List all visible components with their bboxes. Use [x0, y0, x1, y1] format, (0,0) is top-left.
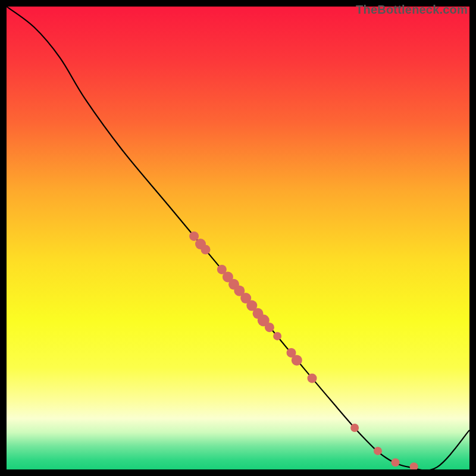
data-dot	[392, 458, 400, 466]
data-dot	[350, 424, 359, 432]
data-dots	[189, 231, 418, 469]
data-dot	[374, 447, 382, 455]
data-dot	[410, 462, 418, 469]
data-dot	[201, 245, 211, 255]
curve-layer	[7, 7, 469, 469]
attribution-text: TheBottleneck.com	[356, 3, 468, 17]
chart-stage: TheBottleneck.com	[0, 0, 476, 476]
data-dot	[189, 231, 199, 241]
data-dot	[265, 322, 274, 332]
bottleneck-curve	[7, 7, 469, 469]
data-dot	[292, 355, 302, 365]
data-dot	[273, 332, 281, 340]
data-dot	[308, 374, 317, 383]
